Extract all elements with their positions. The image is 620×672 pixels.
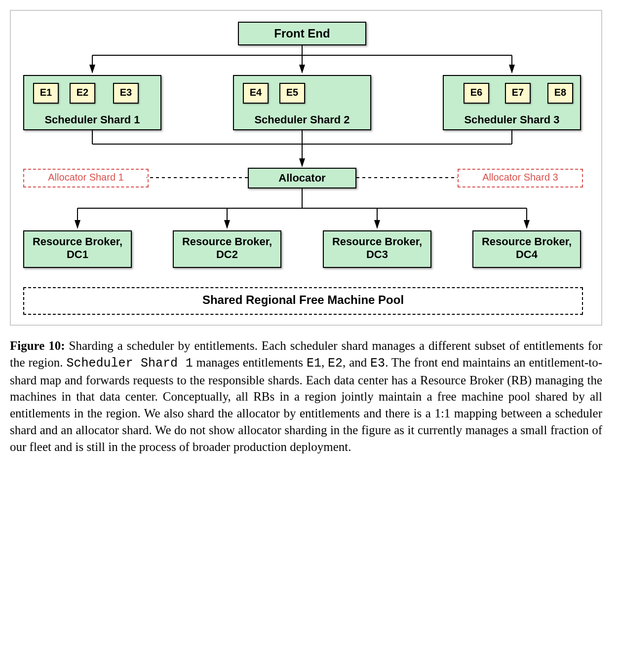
scheduler-shard-1: E1 E2 E3 Scheduler Shard 1 — [23, 75, 161, 130]
rb3-label: Resource Broker, DC3 — [332, 235, 422, 261]
figure-label: Figure 10: — [10, 339, 65, 352]
entitlement-e6: E6 — [464, 83, 489, 104]
shared-pool-label: Shared Regional Free Machine Pool — [202, 293, 404, 306]
shared-pool-box: Shared Regional Free Machine Pool — [23, 287, 583, 315]
resource-broker-1: Resource Broker, DC1 — [23, 230, 132, 268]
entitlement-e5: E5 — [279, 83, 305, 104]
allocator-shard-3: Allocator Shard 3 — [458, 169, 583, 187]
cap-t3: , — [321, 356, 328, 369]
allocator-shard-1-label: Allocator Shard 1 — [48, 172, 123, 183]
entitlement-e2: E2 — [70, 83, 95, 104]
allocator-shard-1: Allocator Shard 1 — [23, 169, 149, 187]
resource-broker-3: Resource Broker, DC3 — [323, 230, 431, 268]
rb2-label: Resource Broker, DC2 — [182, 235, 272, 261]
resource-broker-4: Resource Broker, DC4 — [472, 230, 581, 268]
entitlement-e7: E7 — [505, 83, 531, 104]
cap-m1: Scheduler Shard 1 — [66, 356, 193, 371]
rb1-label: Resource Broker, DC1 — [33, 235, 122, 261]
scheduler-shard-3: E6 E7 E8 Scheduler Shard 3 — [443, 75, 581, 130]
scheduler-shard-2: E4 E5 Scheduler Shard 2 — [233, 75, 371, 130]
allocator-box: Allocator — [248, 168, 356, 188]
entitlement-e8: E8 — [547, 83, 573, 104]
entitlement-e3: E3 — [113, 83, 139, 104]
figure-caption: Figure 10: Sharding a scheduler by entit… — [10, 337, 602, 455]
scheduler-shard-2-label: Scheduler Shard 2 — [234, 113, 370, 126]
allocator-label: Allocator — [278, 172, 325, 184]
cap-t2: manages entitlements — [193, 356, 307, 369]
cap-m4: E3 — [370, 356, 385, 371]
entitlement-e1: E1 — [33, 83, 59, 104]
front-end-label: Front End — [274, 27, 330, 40]
resource-broker-2: Resource Broker, DC2 — [173, 230, 281, 268]
entitlement-e4: E4 — [243, 83, 269, 104]
cap-m2: E1 — [307, 356, 321, 371]
cap-t4: , and — [343, 356, 370, 369]
scheduler-shard-1-label: Scheduler Shard 1 — [24, 113, 160, 126]
front-end-box: Front End — [238, 22, 366, 45]
architecture-diagram: Front End E1 E2 E3 Scheduler Shard 1 E4 … — [10, 10, 602, 326]
cap-m3: E2 — [328, 356, 343, 371]
rb4-label: Resource Broker, DC4 — [482, 235, 572, 261]
allocator-shard-3-label: Allocator Shard 3 — [482, 172, 558, 183]
scheduler-shard-3-label: Scheduler Shard 3 — [444, 113, 580, 126]
